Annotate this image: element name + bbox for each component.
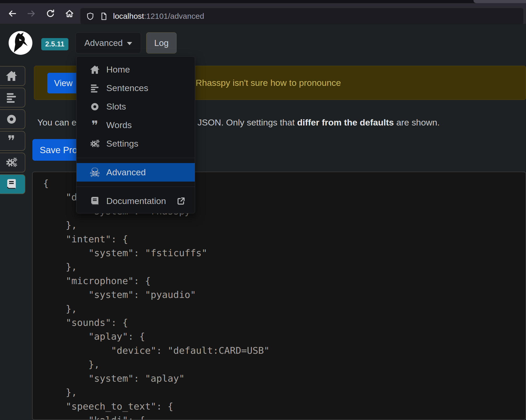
code-line: "aplay": { (43, 329, 525, 343)
browser-home-icon (65, 9, 74, 18)
log-button-label: Log (154, 38, 168, 48)
url-host: localhost (113, 12, 144, 20)
intro-text-end: are shown. (394, 117, 440, 127)
sidebar-item-documentation[interactable] (0, 174, 25, 194)
menu-item-label: Sentences (106, 83, 148, 93)
book-icon (89, 195, 101, 207)
browser-toolbar: localhost:12101/advanced (0, 3, 526, 24)
menu-item-label: Documentation (106, 196, 166, 206)
shield-icon[interactable] (86, 12, 95, 21)
words-icon: ❞ (89, 119, 101, 131)
code-line: "kaldi": { (43, 413, 525, 420)
browser-active-tab-edge[interactable] (474, 0, 526, 3)
settings-icon (5, 156, 18, 169)
menu-item-words[interactable]: ❞ Words (77, 116, 195, 134)
forward-button[interactable] (25, 7, 38, 20)
rhasspy-logo[interactable] (9, 31, 32, 55)
menu-item-slots[interactable]: Slots (77, 97, 195, 116)
code-line: }, (43, 218, 525, 232)
chevron-down-icon (127, 42, 132, 45)
code-line: "system": "pyaudio" (43, 288, 525, 302)
code-line: }, (43, 385, 525, 399)
code-line: }, (43, 260, 525, 274)
menu-item-label: Home (106, 64, 130, 75)
home-icon (89, 64, 101, 75)
menu-item-settings[interactable]: Settings (77, 134, 195, 153)
browser-tab-strip (0, 0, 526, 3)
reload-icon (46, 9, 55, 18)
book-icon (5, 178, 18, 190)
menu-divider (77, 158, 195, 158)
menu-item-label: Slots (106, 101, 126, 112)
code-line: "system": "aplay" (43, 371, 525, 385)
code-line: "device": "default:CARD=USB" (43, 344, 525, 357)
sentences-icon (89, 82, 101, 94)
code-line: }, (43, 357, 525, 371)
external-link-icon (177, 197, 185, 206)
menu-item-label: Words (106, 120, 132, 130)
back-arrow-icon (8, 9, 17, 18)
menu-item-label: Settings (106, 139, 138, 149)
sidebar-item-settings[interactable] (0, 153, 25, 172)
browser-home-button[interactable] (63, 7, 76, 20)
pronounce-warning-text: Rhasspy isn't sure how to pronounce (196, 66, 341, 100)
menu-item-home[interactable]: Home (77, 60, 195, 79)
nav-dropdown-label: Advanced (84, 38, 123, 48)
menu-item-sentences[interactable]: Sentences (77, 79, 195, 97)
code-line: }, (43, 302, 525, 316)
settings-icon (89, 138, 101, 149)
url-bar[interactable]: localhost:12101/advanced (80, 8, 523, 24)
forward-arrow-icon (27, 9, 36, 18)
skull-crossbones-icon: ☠ (89, 167, 101, 178)
back-button[interactable] (5, 7, 19, 20)
code-line: "intent": { (43, 232, 525, 246)
menu-item-documentation[interactable]: Documentation (77, 192, 195, 210)
url-text: localhost:12101/advanced (113, 12, 204, 21)
sidebar-item-sentences[interactable] (0, 88, 25, 107)
home-icon (5, 70, 18, 82)
url-path: :12101/advanced (144, 12, 204, 20)
words-icon: ❞ (8, 135, 15, 147)
menu-item-label: Advanced (106, 167, 146, 177)
log-button[interactable]: Log (146, 32, 177, 53)
sidebar-item-slots[interactable] (0, 109, 25, 129)
sidebar-item-words[interactable]: ❞ (0, 131, 25, 151)
slots-icon (89, 101, 101, 112)
code-line: "speech_to_text": { (43, 399, 525, 413)
intro-text-bold: differ from the defaults (297, 117, 394, 127)
menu-divider (77, 187, 195, 187)
code-line: "sounds": { (43, 316, 525, 329)
code-line: "microphone": { (43, 274, 525, 288)
firefox-window: localhost:12101/advanced 2.5.11 Advanced… (0, 0, 526, 420)
menu-item-advanced[interactable]: ☠ Advanced (77, 163, 195, 182)
nav-dropdown-menu: Home Sentences Slots ❞ Words Settings ☠ … (76, 56, 195, 213)
sidebar-item-home[interactable] (0, 66, 25, 86)
code-line: "system": "fsticuffs" (43, 246, 525, 260)
page-info-icon[interactable] (100, 12, 108, 21)
nav-dropdown-button[interactable]: Advanced (75, 32, 141, 53)
reload-button[interactable] (44, 7, 57, 20)
version-badge: 2.5.11 (41, 38, 68, 50)
sentences-icon (5, 91, 18, 104)
slots-icon (5, 113, 18, 125)
